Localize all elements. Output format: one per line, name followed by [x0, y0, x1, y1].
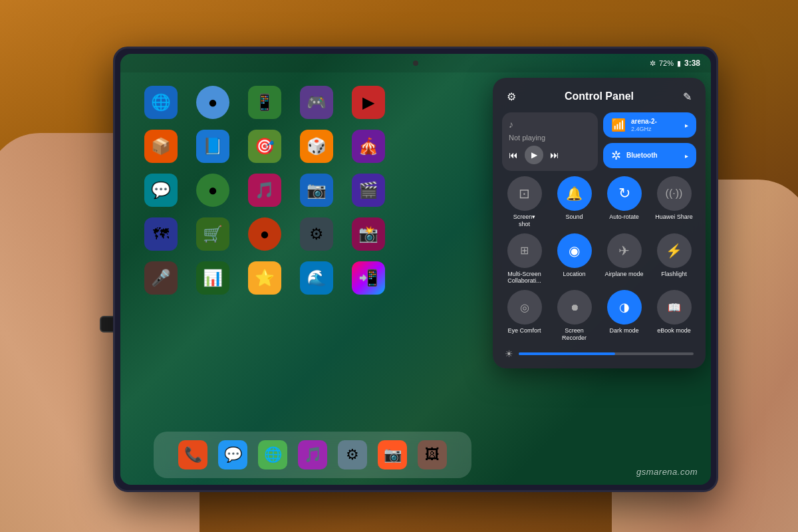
toggle-multiscreen[interactable]: ⊞ Multi-Screen Collaborati... [502, 233, 547, 285]
toggle-location[interactable]: ◉ Location [552, 233, 597, 285]
dock-icon-music[interactable]: 🎵 [298, 440, 327, 469]
dock: 📞 💬 🌐 🎵 ⚙ 📷 🖼 [154, 432, 471, 478]
battery-icon: ▮ [677, 59, 681, 68]
app-icon[interactable]: 🗺 [144, 217, 178, 251]
toggle-screenshot[interactable]: ⊡ Screen▾shot [502, 176, 547, 228]
wifi-icon: 📶 [611, 118, 626, 132]
toggles-row-2: ⊞ Multi-Screen Collaborati... ◉ Location… [502, 233, 696, 285]
toggle-sound[interactable]: 🔔 Sound [552, 176, 597, 228]
screenshot-label: Screen▾shot [513, 213, 536, 228]
status-icons: ✲ 72% ▮ 3:38 [650, 59, 700, 68]
dock-icon-camera[interactable]: 📷 [378, 440, 407, 469]
app-icon[interactable]: 📊 [196, 261, 229, 295]
eye-comfort-btn[interactable]: ◎ [507, 290, 542, 325]
dark-mode-btn[interactable]: ◑ [607, 290, 642, 325]
ebook-btn[interactable]: 📖 [657, 290, 692, 325]
airplane-btn[interactable]: ✈ [607, 233, 642, 268]
app-icon[interactable]: 📦 [144, 130, 178, 163]
autorotate-label: Auto-rotate [609, 213, 639, 221]
bt-label: Bluetooth [626, 152, 680, 160]
music-status: Not playing [509, 134, 591, 142]
huawei-share-label: Huawei Share [655, 213, 693, 221]
toggle-ebook[interactable]: 📖 eBook mode [652, 290, 696, 342]
dock-icon-settings[interactable]: ⚙ [338, 440, 367, 469]
music-card[interactable]: ♪ Not playing ⏮ ▶ ⏭ [502, 112, 598, 171]
apps-row-2: 📦 📘 🎯 🎲 🎪 [134, 124, 485, 168]
eye-comfort-label: Eye Comfort [507, 327, 541, 334]
toggle-huawei-share[interactable]: ((·)) Huawei Share [652, 176, 696, 228]
screenshot-btn[interactable]: ⊡ [507, 176, 542, 211]
app-icon[interactable]: 📘 [196, 130, 229, 163]
cp-title: Control Panel [521, 90, 678, 102]
app-icon[interactable]: 🎮 [300, 86, 333, 119]
screen-recorder-label: Screen Recorder [552, 327, 597, 342]
brightness-icon: ☀ [505, 348, 513, 359]
toggle-autorotate[interactable]: ↻ Auto-rotate [602, 176, 646, 228]
toggle-flashlight[interactable]: ⚡ Flashlight [652, 233, 696, 285]
cp-header: ⚙ Control Panel ✎ [502, 87, 696, 106]
flashlight-btn[interactable]: ⚡ [657, 233, 692, 268]
wifi-info: arena-2- 2.4GHz [631, 118, 680, 132]
autorotate-btn[interactable]: ↻ [607, 176, 642, 211]
time-display: 3:38 [684, 59, 700, 68]
multiscreen-label: Multi-Screen Collaborati... [502, 271, 547, 285]
flashlight-label: Flashlight [661, 271, 687, 278]
app-icon[interactable]: 🎬 [352, 174, 385, 207]
app-icon[interactable]: ⭐ [248, 261, 281, 295]
huawei-share-btn[interactable]: ((·)) [657, 176, 692, 211]
app-icon[interactable]: ▶ [352, 86, 385, 119]
app-icon[interactable]: 🛒 [196, 217, 229, 251]
screen-recorder-btn[interactable]: ⏺ [557, 290, 592, 325]
app-icon[interactable]: ● [196, 86, 229, 119]
app-icon[interactable]: 💬 [144, 174, 178, 207]
music-controls: ⏮ ▶ ⏭ [509, 146, 591, 164]
app-icon[interactable]: ● [196, 174, 229, 207]
edit-button[interactable]: ✎ [678, 87, 696, 106]
location-btn[interactable]: ◉ [557, 233, 592, 268]
dock-icon-browser[interactable]: 🌐 [258, 440, 287, 469]
apps-row-3: 💬 ● 🎵 📷 🎬 [134, 168, 485, 212]
tablet-screen: ✲ 72% ▮ 3:38 🌐 ● 📱 🎮 ▶ 📦 📘 [120, 54, 711, 485]
control-panel: ⚙ Control Panel ✎ ♪ Not playing ⏮ ▶ [493, 78, 706, 368]
app-icon[interactable]: 🎪 [352, 130, 385, 163]
app-icon[interactable]: 📸 [352, 217, 385, 251]
dock-icon-gallery[interactable]: 🖼 [418, 440, 447, 469]
dock-icon-messages[interactable]: 💬 [218, 440, 247, 469]
toggle-dark-mode[interactable]: ◑ Dark mode [602, 290, 646, 342]
app-icon[interactable]: 📷 [300, 174, 333, 207]
app-icon[interactable]: ● [248, 217, 281, 251]
battery-percent: 72% [659, 59, 674, 67]
app-icon[interactable]: 🌐 [144, 86, 178, 119]
app-icon[interactable]: 🎲 [300, 130, 333, 163]
bt-chevron: ▸ [685, 152, 688, 160]
toggle-eye-comfort[interactable]: ◎ Eye Comfort [502, 290, 547, 342]
app-icon[interactable]: 🌊 [300, 261, 333, 295]
bluetooth-card[interactable]: ✲ Bluetooth ▸ [603, 143, 696, 168]
app-icon[interactable]: ⚙ [300, 217, 333, 251]
prev-button[interactable]: ⏮ [509, 150, 518, 160]
wifi-name: arena-2- [631, 118, 680, 126]
wifi-card[interactable]: 📶 arena-2- 2.4GHz ▸ [603, 112, 696, 138]
play-button[interactable]: ▶ [525, 146, 543, 164]
sound-btn[interactable]: 🔔 [557, 176, 592, 211]
apps-row-1: 🌐 ● 📱 🎮 ▶ [134, 80, 485, 124]
dark-mode-label: Dark mode [609, 327, 638, 334]
brightness-track[interactable] [519, 352, 694, 355]
app-icon[interactable]: 🎯 [248, 130, 281, 163]
app-icon[interactable]: 🎵 [248, 174, 281, 207]
toggle-screen-recorder[interactable]: ⏺ Screen Recorder [552, 290, 597, 342]
app-icon[interactable]: 📱 [248, 86, 281, 119]
next-button[interactable]: ⏭ [550, 150, 559, 160]
multiscreen-btn[interactable]: ⊞ [507, 233, 542, 268]
scene: ✲ 72% ▮ 3:38 🌐 ● 📱 🎮 ▶ 📦 📘 [0, 0, 798, 532]
toggles-row-3: ◎ Eye Comfort ⏺ Screen Recorder ◑ Dark m… [502, 290, 696, 342]
location-label: Location [563, 271, 585, 278]
app-icon[interactable]: 🎤 [144, 261, 178, 295]
tablet-device: ✲ 72% ▮ 3:38 🌐 ● 📱 🎮 ▶ 📦 📘 [113, 47, 718, 492]
dock-icon-phone[interactable]: 📞 [178, 440, 207, 469]
brightness-row: ☀ [502, 348, 696, 359]
settings-button[interactable]: ⚙ [502, 87, 521, 106]
toggle-airplane[interactable]: ✈ Airplane mode [602, 233, 646, 285]
app-icon[interactable]: 📲 [352, 261, 385, 295]
toggles-row-1: ⊡ Screen▾shot 🔔 Sound ↻ Auto-rotate ((·)… [502, 176, 696, 228]
